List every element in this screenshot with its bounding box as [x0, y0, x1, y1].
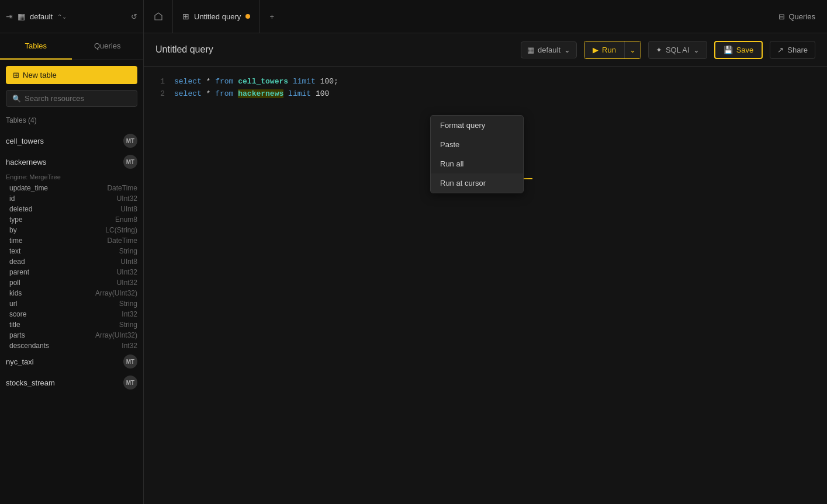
sidebar-tabs: Tables Queries [0, 33, 143, 60]
table-item-nyc_taxi[interactable]: nyc_taxi MT [0, 351, 143, 372]
refresh-icon[interactable]: ↺ [131, 12, 137, 21]
database-icon: ▦ [18, 12, 25, 21]
field-row-score: score Int32 [0, 309, 143, 319]
top-bar: ⇥ ▦ default ⌃⌄ ↺ ⊞ Untitled query + ⊟ Qu… [0, 0, 827, 33]
field-row-time: time DateTime [0, 235, 143, 246]
add-tab-button[interactable]: + [260, 0, 283, 33]
sql-ai-button[interactable]: ✦ SQL AI ⌄ [648, 41, 707, 59]
run-button-group: ▶ Run ⌄ [584, 41, 641, 59]
field-row-poll: poll UInt32 [0, 277, 143, 288]
run-chevron-icon: ⌄ [629, 46, 636, 54]
table-name: stocks_stream [6, 378, 123, 387]
chevron-up-down-icon[interactable]: ⌃⌄ [57, 13, 67, 20]
table-item-stocks_stream[interactable]: stocks_stream MT [0, 372, 143, 393]
sidebar-content: cell_towers MT hackernews MT Engine: Mer… [0, 130, 143, 504]
sparkle-icon: ✦ [656, 46, 662, 54]
table-badge-mt: MT [123, 354, 137, 369]
tab-label: Untitled query [194, 12, 241, 21]
context-menu-run-all[interactable]: Run all [431, 154, 523, 173]
field-row-type: type Enum8 [0, 214, 143, 225]
tab-bar: ⊞ Untitled query + [144, 0, 767, 33]
queries-icon: ⊟ [778, 12, 785, 21]
table-item-hackernews[interactable]: hackernews MT [0, 151, 143, 172]
field-row-id: id UInt32 [0, 193, 143, 204]
main-content: Tables Queries ⊞ New table 🔍 Tables (4) … [0, 33, 827, 504]
search-input[interactable] [25, 94, 131, 103]
db-selector-icon: ▦ [527, 46, 534, 54]
share-button[interactable]: ↗ Share [770, 41, 815, 59]
context-menu: Format query Paste Run all Run at cursor [430, 115, 524, 193]
run-dropdown-button[interactable]: ⌄ [625, 41, 641, 58]
code-line-1: 1 select * from cell_towers limit 100; [155, 76, 815, 88]
line-number-1: 1 [155, 76, 165, 88]
field-row-by: by LC(String) [0, 225, 143, 235]
context-menu-paste[interactable]: Paste [431, 135, 523, 154]
context-menu-run-cursor[interactable]: Run at cursor [431, 173, 523, 193]
share-icon: ↗ [777, 46, 784, 54]
engine-label: Engine: MergeTree [0, 172, 143, 183]
field-row-text: text String [0, 246, 143, 256]
db-selector[interactable]: ▦ default ⌄ [521, 41, 577, 58]
queries-label: Queries [788, 12, 815, 21]
code-content-2: select * from hackernews limit 100 [174, 88, 329, 100]
field-row-url: url String [0, 298, 143, 309]
unsaved-dot [245, 14, 250, 19]
line-number-2: 2 [155, 88, 165, 100]
run-button[interactable]: ▶ Run [584, 41, 625, 58]
back-icon[interactable]: ⇥ [6, 12, 13, 21]
code-content-1: select * from cell_towers limit 100; [174, 76, 338, 88]
tab-tables[interactable]: Tables [0, 33, 72, 60]
field-row-title: title String [0, 319, 143, 330]
db-selector-name: default [538, 46, 560, 54]
search-icon: 🔍 [12, 95, 21, 103]
context-menu-format[interactable]: Format query [431, 116, 523, 135]
query-icon: ⊞ [182, 12, 189, 21]
queries-button[interactable]: ⊟ Queries [767, 12, 827, 21]
db-selector-chevron: ⌄ [564, 46, 570, 54]
field-row-descendants: descendants Int32 [0, 340, 143, 351]
sql-ai-chevron: ⌄ [693, 46, 700, 54]
editor-header: Untitled query ▦ default ⌄ ▶ Run ⌄ ✦ SQL… [144, 33, 827, 67]
field-row-dead: dead UInt8 [0, 256, 143, 267]
table-item-cell_towers[interactable]: cell_towers MT [0, 130, 143, 151]
home-button[interactable] [144, 0, 173, 33]
table-plus-icon: ⊞ [13, 71, 19, 79]
editor-area: Untitled query ▦ default ⌄ ▶ Run ⌄ ✦ SQL… [144, 33, 827, 504]
tables-header: Tables (4) [0, 113, 143, 128]
table-name: hackernews [6, 158, 123, 166]
new-table-button[interactable]: ⊞ New table [6, 66, 137, 84]
db-name[interactable]: default [30, 12, 53, 21]
save-button[interactable]: 💾 Save [714, 41, 763, 59]
top-bar-left: ⇥ ▦ default ⌃⌄ ↺ [0, 0, 144, 33]
run-play-icon: ▶ [593, 46, 598, 54]
search-box: 🔍 [6, 90, 137, 107]
field-row-update_time: update_time DateTime [0, 183, 143, 193]
field-row-kids: kids Array(UInt32) [0, 288, 143, 298]
tab-queries[interactable]: Queries [72, 33, 144, 60]
editor-title: Untitled query [155, 44, 514, 55]
table-badge-mt: MT [123, 134, 137, 148]
active-tab[interactable]: ⊞ Untitled query [173, 0, 260, 33]
table-name: cell_towers [6, 137, 123, 145]
table-badge-mt: MT [123, 155, 137, 169]
table-badge-mt: MT [123, 376, 137, 390]
save-icon: 💾 [724, 46, 733, 54]
field-row-parent: parent UInt32 [0, 267, 143, 277]
table-name: nyc_taxi [6, 357, 123, 366]
field-row-parts: parts Array(UInt32) [0, 330, 143, 340]
sidebar: Tables Queries ⊞ New table 🔍 Tables (4) … [0, 33, 144, 504]
field-row-deleted: deleted UInt8 [0, 204, 143, 214]
code-line-2: 2 select * from hackernews limit 100 [155, 88, 815, 100]
